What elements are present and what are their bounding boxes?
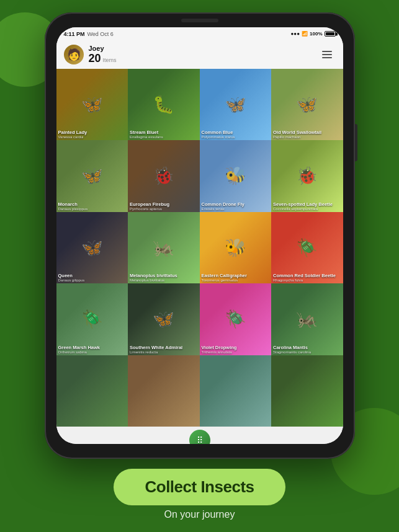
camera-notch bbox=[181, 19, 218, 22]
menu-line-1 bbox=[322, 51, 332, 52]
cell-latin-name: Eristalis tenax bbox=[202, 207, 270, 211]
grid-cell-11[interactable]: 🐝Eastern CalligrapherToxomerus geminatus bbox=[200, 212, 272, 284]
device-frame: 4:11 PM Wed Oct 6 ●●● 📶 100% 🧑 bbox=[45, 12, 355, 459]
grid-cell-2[interactable]: 🐛Stream BluetEnallagma exsulans bbox=[128, 69, 200, 141]
cell-common-name: Green Marsh Hawk bbox=[58, 345, 127, 350]
grid-cell-14[interactable]: 🦋Southern White AdmiralLimenitis reducta bbox=[128, 283, 200, 355]
wifi-icon: 📶 bbox=[302, 31, 308, 37]
cell-common-name: Common Drone Fly bbox=[202, 202, 270, 207]
user-name: Joey bbox=[89, 45, 117, 52]
cell-latin-name: Papilio machaon bbox=[273, 135, 341, 139]
grid-cell-5[interactable]: 🦋MonarchDanaus plexippus bbox=[56, 140, 128, 212]
grid-cell-7[interactable]: 🐝Common Drone FlyEristalis tenax bbox=[200, 140, 272, 212]
cell-latin-name: Enallagma exsulans bbox=[130, 135, 198, 139]
grid-cell-19[interactable] bbox=[200, 355, 272, 427]
cell-background bbox=[56, 355, 128, 427]
cta-subtitle: On your journey bbox=[164, 509, 235, 520]
cell-label: QueenDanaus gilippus bbox=[58, 273, 127, 282]
cell-common-name: Seven-spotted Lady Beetle bbox=[273, 202, 341, 207]
grid-cell-20[interactable] bbox=[271, 355, 343, 427]
grid-cell-8[interactable]: 🐞Seven-spotted Lady BeetleCoccinella sep… bbox=[271, 140, 343, 212]
cell-latin-name: Vanessa cardui bbox=[58, 135, 127, 139]
cell-latin-name: Stagmomantis carolina bbox=[273, 350, 341, 354]
grid-cell-4[interactable]: 🦋Old World SwallowtailPapilio machaon bbox=[271, 69, 343, 141]
cell-label: Painted LadyVanessa cardui bbox=[58, 130, 127, 139]
battery-icon bbox=[325, 31, 336, 37]
cell-label: Violet DropwingTrithemis annulata bbox=[202, 345, 270, 354]
cell-label: European FirebugPyrrhocoris apterus bbox=[130, 202, 198, 211]
cell-label: Melanoplus bivittatusMelanoplus bivittat… bbox=[130, 273, 198, 282]
grid-icon[interactable]: ⠿ bbox=[189, 430, 210, 444]
insect-grid: 🦋Painted LadyVanessa cardui🐛Stream Bluet… bbox=[56, 69, 343, 427]
cell-latin-name: Rhagonycha fulva bbox=[273, 278, 341, 282]
item-count-row: 20 Items bbox=[89, 52, 117, 65]
cell-label: Common BluePolyommatus icarus bbox=[202, 130, 270, 139]
cell-label: Green Marsh HawkOrthetrum sabina bbox=[58, 345, 127, 354]
cell-label: MonarchDanaus plexippus bbox=[58, 202, 127, 211]
cell-latin-name: Melanoplus bivittatus bbox=[130, 278, 198, 282]
grid-cell-9[interactable]: 🦋QueenDanaus gilippus bbox=[56, 212, 128, 284]
grid-cell-13[interactable]: 🪲Green Marsh HawkOrthetrum sabina bbox=[56, 283, 128, 355]
cell-latin-name: Danaus plexippus bbox=[58, 207, 127, 211]
cell-common-name: European Firebug bbox=[130, 202, 198, 207]
app-header: 🧑 Joey 20 Items bbox=[56, 41, 343, 69]
cell-label: Common Red Soldier BeetleRhagonycha fulv… bbox=[273, 273, 341, 282]
grid-cell-3[interactable]: 🦋Common BluePolyommatus icarus bbox=[200, 69, 272, 141]
grid-cell-12[interactable]: 🪲Common Red Soldier BeetleRhagonycha ful… bbox=[271, 212, 343, 284]
avatar: 🧑 bbox=[64, 45, 84, 64]
cell-latin-name: Trithemis annulata bbox=[202, 350, 270, 354]
cell-label: Southern White AdmiralLimenitis reducta bbox=[130, 345, 198, 354]
user-info: 🧑 Joey 20 Items bbox=[64, 45, 117, 65]
status-bar: 4:11 PM Wed Oct 6 ●●● 📶 100% bbox=[56, 27, 343, 41]
cell-latin-name: Danaus gilippus bbox=[58, 278, 127, 282]
cell-common-name: Monarch bbox=[58, 202, 127, 207]
cell-common-name: Violet Dropwing bbox=[202, 345, 270, 350]
cell-label: Seven-spotted Lady BeetleCoccinella sept… bbox=[273, 202, 341, 211]
cell-latin-name: Limenitis reducta bbox=[130, 350, 198, 354]
items-label: Items bbox=[103, 57, 117, 63]
cell-common-name: Queen bbox=[58, 273, 127, 278]
grid-cell-1[interactable]: 🦋Painted LadyVanessa cardui bbox=[56, 69, 128, 141]
cell-background bbox=[200, 355, 272, 427]
menu-line-2 bbox=[322, 54, 332, 55]
cell-latin-name: Coccinella septempunctata bbox=[273, 207, 341, 211]
bottom-bar: ⠿ bbox=[56, 427, 343, 444]
grid-cell-10[interactable]: 🦗Melanoplus bivittatusMelanoplus bivitta… bbox=[128, 212, 200, 284]
cell-background bbox=[128, 355, 200, 427]
cell-common-name: Common Blue bbox=[202, 130, 270, 135]
cell-common-name: Carolina Mantis bbox=[273, 345, 341, 350]
cell-common-name: Eastern Calligrapher bbox=[202, 273, 270, 278]
cell-common-name: Stream Bluet bbox=[130, 130, 198, 135]
cta-section: Collect Insects On your journey bbox=[114, 469, 285, 520]
cell-label: Stream BluetEnallagma exsulans bbox=[130, 130, 198, 139]
cell-label: Old World SwallowtailPapilio machaon bbox=[273, 130, 341, 139]
cell-latin-name: Pyrrhocoris apterus bbox=[130, 207, 198, 211]
cell-label: Carolina MantisStagmomantis carolina bbox=[273, 345, 341, 354]
cell-common-name: Old World Swallowtail bbox=[273, 130, 341, 135]
signal-icon: ●●● bbox=[291, 31, 300, 37]
grid-cell-18[interactable] bbox=[128, 355, 200, 427]
cell-label: Common Drone FlyEristalis tenax bbox=[202, 202, 270, 211]
cell-common-name: Common Red Soldier Beetle bbox=[273, 273, 341, 278]
cell-label: Eastern CalligrapherToxomerus geminatus bbox=[202, 273, 270, 282]
grid-cell-16[interactable]: 🦗Carolina MantisStagmomantis carolina bbox=[271, 283, 343, 355]
item-count: 20 bbox=[89, 52, 101, 65]
status-time: 4:11 PM Wed Oct 6 bbox=[64, 31, 114, 37]
cell-common-name: Melanoplus bivittatus bbox=[130, 273, 198, 278]
cell-background bbox=[271, 355, 343, 427]
grid-cell-15[interactable]: 🪲Violet DropwingTrithemis annulata bbox=[200, 283, 272, 355]
grid-cell-6[interactable]: 🐞European FirebugPyrrhocoris apterus bbox=[128, 140, 200, 212]
cta-button[interactable]: Collect Insects bbox=[114, 469, 285, 505]
menu-button[interactable] bbox=[318, 46, 336, 63]
device-screen: 4:11 PM Wed Oct 6 ●●● 📶 100% 🧑 bbox=[56, 27, 343, 444]
grid-cell-17[interactable] bbox=[56, 355, 128, 427]
cell-common-name: Painted Lady bbox=[58, 130, 127, 135]
header-info: Joey 20 Items bbox=[89, 45, 117, 65]
cell-latin-name: Orthetrum sabina bbox=[58, 350, 127, 354]
grid-dots: ⠿ bbox=[197, 435, 203, 444]
cell-latin-name: Polyommatus icarus bbox=[202, 135, 270, 139]
cell-common-name: Southern White Admiral bbox=[130, 345, 198, 350]
menu-line-3 bbox=[322, 57, 332, 58]
status-indicators: ●●● 📶 100% bbox=[291, 31, 336, 37]
cell-latin-name: Toxomerus geminatus bbox=[202, 278, 270, 282]
